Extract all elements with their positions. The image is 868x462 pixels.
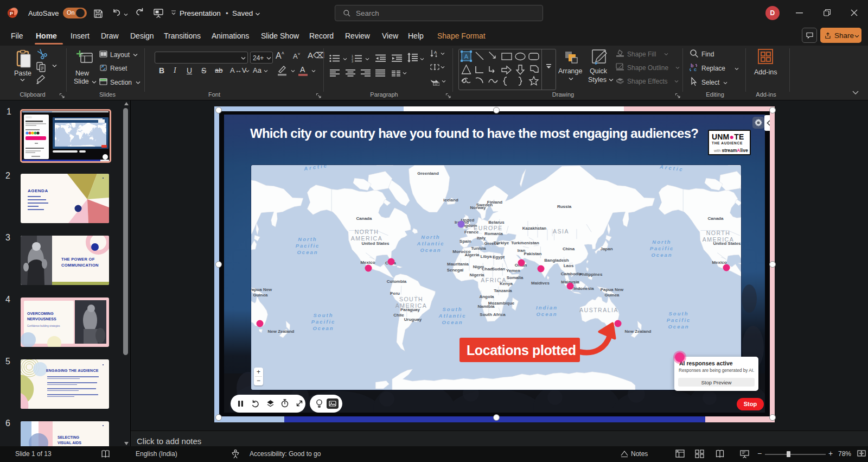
svg-text:A: A	[464, 53, 469, 60]
svg-text:A: A	[434, 50, 437, 55]
svg-text:c: c	[694, 67, 697, 72]
svg-text:P: P	[10, 11, 13, 16]
svg-text:3: 3	[352, 60, 353, 62]
